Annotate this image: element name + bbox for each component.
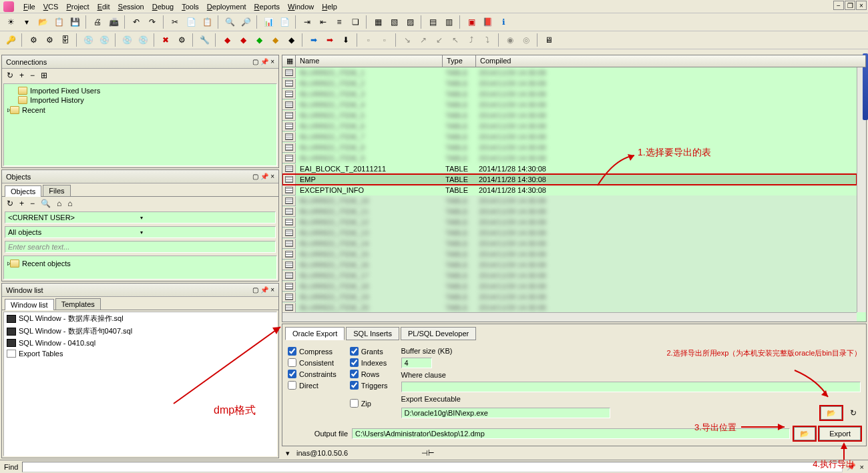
table-row[interactable]: BLURRED_ITEM_19TABLE2014/11/28 14:30:08	[282, 292, 857, 302]
panel-dock-icon[interactable]: ▢	[252, 58, 258, 65]
table-row[interactable]: BLURRED_ITEM_7TABLE2014/11/28 14:30:08	[282, 131, 857, 142]
gear2-icon[interactable]: ⚙	[42, 33, 57, 47]
paste-icon[interactable]: 📋	[200, 15, 214, 29]
exec-browse-button[interactable]: 📂	[821, 406, 842, 420]
arrow-right2-icon[interactable]: ➡	[322, 33, 337, 47]
restore-button[interactable]: ❐	[845, 1, 855, 10]
tab-files[interactable]: Files	[43, 185, 70, 196]
play4-icon[interactable]: ◆	[284, 33, 298, 47]
refresh-icon[interactable]: ↻	[5, 70, 15, 81]
play3-icon[interactable]: ◆	[268, 33, 282, 47]
list-item[interactable]: SQL Window - 数据库表操作.sql	[4, 312, 276, 325]
buffer-input[interactable]	[401, 358, 432, 368]
check-grants[interactable]: Grants	[350, 347, 388, 356]
disk3-icon[interactable]: 💿	[120, 33, 134, 47]
window3-icon[interactable]: ▨	[403, 15, 417, 29]
find-close-icon[interactable]: ×	[860, 463, 864, 471]
table-row[interactable]: BLURRED_ITEM_11TABLE2014/11/28 14:30:08	[282, 206, 857, 217]
pdf-icon[interactable]: 📕	[480, 15, 495, 29]
copy-icon[interactable]: 📄	[184, 15, 198, 29]
saveall-icon[interactable]: 💾	[67, 15, 82, 29]
panel-dock-icon[interactable]: ▢	[252, 173, 258, 180]
check-rows[interactable]: Rows	[350, 370, 388, 378]
export-button[interactable]: Export	[819, 427, 861, 440]
table-row[interactable]: EAI_BLOCK_T_20111211TABLE2014/11/28 14:3…	[282, 163, 857, 174]
objects-dropdown[interactable]: All objects▾	[5, 226, 276, 238]
tab-objects[interactable]: Objects	[5, 185, 41, 197]
menu-item-session[interactable]: Session	[114, 1, 148, 12]
stop-icon[interactable]: ◆	[220, 33, 234, 47]
step1-icon[interactable]: ↘	[400, 33, 415, 47]
open-icon[interactable]: 📂	[35, 15, 50, 29]
table-row[interactable]: BLURRED_ITEM_15TABLE2014/11/28 14:30:08	[282, 249, 857, 260]
tab-windowlist[interactable]: Window list	[5, 299, 54, 310]
grid-header-type[interactable]: Type	[443, 55, 476, 67]
findnext-icon[interactable]: 🔎	[238, 15, 253, 29]
setting-icon[interactable]: ⚙	[174, 33, 189, 47]
monitor-icon[interactable]: 🖥	[541, 33, 556, 47]
grid-header-compiled[interactable]: Compiled	[476, 55, 866, 67]
search-input[interactable]: Enter search text...	[5, 241, 276, 253]
menu-item-deployment[interactable]: Deployment	[203, 1, 250, 12]
table-row[interactable]: BLURRED_ITEM_10TABLE2014/11/28 14:30:08	[282, 195, 857, 206]
step2-icon[interactable]: ↗	[416, 33, 431, 47]
output-browse-button[interactable]: 📂	[794, 427, 815, 440]
rec-icon[interactable]: ◆	[236, 33, 250, 47]
table-row[interactable]: EXCEPTION_INFOTABLE2014/11/28 14:30:08	[282, 185, 857, 195]
list-item[interactable]: SQL Window - 0410.sql	[4, 338, 276, 348]
wrench-icon[interactable]: 🔧	[197, 33, 212, 47]
arrow-down-icon[interactable]: ⬇	[339, 33, 353, 47]
comment-icon[interactable]: ❏	[348, 15, 363, 29]
output-input[interactable]	[352, 428, 790, 439]
step5-icon[interactable]: ⤴	[464, 33, 479, 47]
tab-templates[interactable]: Templates	[55, 298, 101, 310]
menu-item-project[interactable]: Project	[62, 1, 93, 12]
where-input[interactable]	[401, 382, 861, 392]
find-icon[interactable]: 🔍	[222, 15, 237, 29]
break1-icon[interactable]: ◉	[503, 33, 517, 47]
panel-pin-icon[interactable]: 📌	[260, 58, 268, 65]
window-list[interactable]: SQL Window - 数据库表操作.sqlSQL Window - 数据库语…	[3, 312, 277, 456]
step6-icon[interactable]: ⤵	[480, 33, 495, 47]
table-row[interactable]: BLURRED_ITEM_6TABLE2014/11/28 14:30:08	[282, 121, 857, 131]
sql-icon[interactable]: ▣	[464, 15, 479, 29]
refresh-icon[interactable]: ↻	[5, 198, 15, 209]
connections-tree[interactable]: Imported Fixed Users Imported History ▹R…	[3, 83, 277, 166]
step4-icon[interactable]: ↖	[448, 33, 463, 47]
panel-close-icon[interactable]: ×	[270, 286, 274, 294]
filter-icon[interactable]: ⌂	[55, 198, 63, 209]
minus-icon[interactable]: −	[28, 70, 37, 81]
status-dropdown-icon[interactable]: ▾	[286, 449, 290, 458]
window2-icon[interactable]: ▧	[387, 15, 401, 29]
tab-sql-inserts[interactable]: SQL Inserts	[346, 327, 399, 340]
disk1-icon[interactable]: 💿	[81, 33, 95, 47]
step3-icon[interactable]: ↙	[432, 33, 447, 47]
table-row[interactable]: BLURRED_ITEM_13TABLE2014/11/28 14:30:08	[282, 227, 857, 238]
panel-close-icon[interactable]: ×	[270, 173, 274, 180]
table-row[interactable]: BLURRED_ITEM_17TABLE2014/11/28 14:30:08	[282, 270, 857, 281]
printer-icon[interactable]: 📠	[106, 15, 121, 29]
redo-icon[interactable]: ↷	[145, 15, 160, 29]
check-consistent[interactable]: Consistent	[288, 358, 337, 367]
user-dropdown[interactable]: <CURRENT USER>▾	[5, 211, 276, 223]
list-item[interactable]: SQL Window - 数据库语句0407.sql	[4, 325, 276, 338]
cut-icon[interactable]: ✂	[168, 15, 182, 29]
table-row[interactable]: BLURRED_ITEM_8TABLE2014/11/28 14:30:08	[282, 142, 857, 153]
grid1-icon[interactable]: ▤	[425, 15, 440, 29]
break2-icon[interactable]: ◎	[519, 33, 533, 47]
grid-header-icon[interactable]: ▦	[282, 55, 296, 67]
table-row[interactable]: BLURRED_ITEM_5TABLE2014/11/28 14:30:08	[282, 110, 857, 121]
check-constraints[interactable]: Constraints	[288, 370, 337, 378]
menu-item-edit[interactable]: Edit	[93, 1, 114, 12]
plus-icon[interactable]: +	[17, 198, 26, 209]
disk2-icon[interactable]: 💿	[97, 33, 112, 47]
indent-icon[interactable]: ⇥	[300, 15, 314, 29]
find-input[interactable]	[22, 462, 842, 472]
debug1-icon[interactable]: ▫	[361, 33, 376, 47]
save-icon[interactable]: 📋	[51, 15, 66, 29]
table-row[interactable]: BLURRED_ITEM_3TABLE2014/11/28 14:30:08	[282, 89, 857, 99]
list-item[interactable]: Export Tables	[4, 348, 276, 359]
key-icon[interactable]: 🔑	[3, 33, 18, 47]
tab-plsql-dev[interactable]: PL/SQL Developer	[401, 327, 476, 340]
menu-item-debug[interactable]: Debug	[148, 1, 178, 12]
